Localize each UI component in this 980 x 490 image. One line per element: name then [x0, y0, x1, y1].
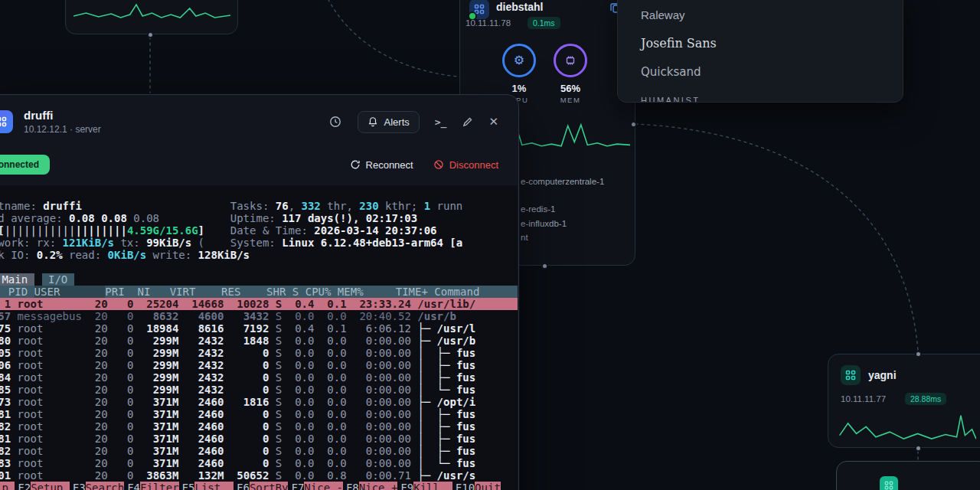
connector-node — [915, 445, 922, 452]
bell-icon — [368, 116, 378, 127]
font-option-quicksand[interactable]: Quicksand — [618, 57, 903, 86]
cpu-value: 1% — [512, 83, 527, 94]
process-row: 706 root 20 0 299M 2432 0 S 0.0 0.0 0:00… — [0, 359, 518, 371]
process-row: 1101 root 20 0 3863M 132M 50652 S 0.0 0.… — [0, 469, 518, 482]
modal-title: druffi — [24, 109, 101, 122]
dashboard: diebstahl 10.11.11.78 0.1ms ⚙ 1% CPU 56%… — [0, 0, 980, 490]
latency-badge: 28.88ms — [905, 393, 946, 405]
process-row: 680 root 20 0 299M 2432 1848 S 0.0 0.0 0… — [0, 335, 518, 347]
htop-function-key-bar: lp F2Setup F3SearchF4FilterF5List F6Sort… — [0, 482, 518, 490]
process-row: 781 root 20 0 371M 2460 0 S 0.0 0.0 0:00… — [0, 408, 518, 420]
container-item[interactable]: e-redis-1 — [521, 203, 555, 215]
sparkline-chart — [837, 410, 976, 445]
connector-node — [915, 351, 922, 358]
container-item[interactable]: nt — [521, 231, 528, 243]
gear-icon: ⚙ — [514, 54, 524, 67]
disconnect-button[interactable]: Disconnect — [433, 159, 498, 171]
server-card-partial-top-left[interactable] — [65, 0, 238, 34]
container-item[interactable]: e-influxdb-1 — [521, 217, 567, 230]
alerts-button[interactable]: Alerts — [358, 111, 420, 133]
font-dropdown: RalewayJosefin SansQuicksandHUMANIST — [617, 0, 903, 103]
terminal-icon[interactable]: >_ — [435, 116, 447, 128]
process-row: 6081 root 20 0 371M 2460 0 S 0.0 0.0 0:0… — [0, 433, 518, 445]
connector-node — [147, 31, 154, 38]
server-icon — [880, 476, 898, 490]
htop-tabs: Main I/O — [0, 273, 518, 286]
server-card-partial-bottom-right[interactable] — [836, 461, 980, 490]
process-row: 1 root 20 0 25204 14668 10028 S 0.4 0.1 … — [0, 298, 518, 310]
font-option-humanist[interactable]: HUMANIST — [618, 86, 903, 103]
alerts-label: Alerts — [384, 116, 410, 128]
modal-subtitle: 10.12.12.1 · server — [24, 124, 101, 135]
server-detail-modal: druffi 10.12.12.1 · server Alerts >_ ✕ C… — [0, 94, 519, 490]
process-row: 6083 root 20 0 371M 2460 0 S 0.0 0.0 0:0… — [0, 457, 518, 469]
edit-pencil-icon[interactable] — [462, 116, 473, 128]
process-row: 675 root 20 0 18984 8616 7192 S 0.4 0.1 … — [0, 322, 518, 335]
htop-header-row: PID USER PRI NI VIRT RES SHR S CPU% MEM%… — [0, 286, 518, 298]
sparkline-chart — [74, 0, 230, 28]
memory-chip-icon — [564, 54, 577, 67]
connector-node — [630, 121, 637, 128]
modal-header: druffi 10.12.12.1 · server Alerts >_ ✕ — [0, 104, 498, 139]
mem-label: MEM — [560, 96, 581, 104]
history-clock-icon[interactable] — [328, 115, 342, 129]
server-app-icon — [0, 110, 13, 133]
server-icon — [469, 0, 489, 19]
server-name: diebstahl — [496, 1, 543, 13]
mem-value: 56% — [560, 83, 580, 94]
process-row: 6084 root 20 0 299M 2432 0 S 0.0 0.0 0:0… — [0, 371, 518, 384]
font-option-josefin-sans[interactable]: Josefin Sans — [618, 29, 903, 57]
connected-badge: Connected — [0, 155, 50, 175]
reconnect-icon — [350, 159, 361, 170]
font-option-raleway[interactable]: Raleway — [618, 1, 903, 29]
close-icon[interactable]: ✕ — [488, 115, 498, 129]
container-item[interactable]: e-computerzentrale-1 — [521, 175, 604, 188]
mem-gauge: 56% MEM — [546, 44, 595, 104]
process-row: 657 messagebus 20 0 8632 4600 3432 S 0.0… — [0, 310, 518, 322]
terminal[interactable]: Hostname: druffi Tasks: 76, 332 thr, 230… — [0, 185, 518, 490]
process-row: 6085 root 20 0 299M 2432 0 S 0.0 0.0 0:0… — [0, 384, 518, 396]
latency-badge: 0.1ms — [528, 17, 560, 29]
process-row: 773 root 20 0 371M 2460 1816 S 0.0 0.0 0… — [0, 396, 518, 408]
server-card-yagni[interactable]: yagni 10.11.11.77 28.88ms — [828, 354, 980, 448]
server-name: yagni — [868, 369, 897, 381]
connection-status-bar: Connected Reconnect Disconnect — [0, 153, 498, 176]
process-row: 705 root 20 0 299M 2432 0 S 0.0 0.0 0:00… — [0, 347, 518, 359]
connector-node — [541, 263, 548, 270]
process-row: 6082 root 20 0 371M 2460 0 S 0.0 0.0 0:0… — [0, 445, 518, 457]
disconnect-icon — [433, 159, 444, 170]
server-ip: 10.11.11.78 — [466, 18, 511, 28]
reconnect-button[interactable]: Reconnect — [350, 159, 413, 171]
server-icon — [841, 365, 861, 385]
server-ip: 10.11.11.77 — [841, 394, 886, 403]
process-row: 782 root 20 0 371M 2460 0 S 0.0 0.0 0:00… — [0, 420, 518, 433]
